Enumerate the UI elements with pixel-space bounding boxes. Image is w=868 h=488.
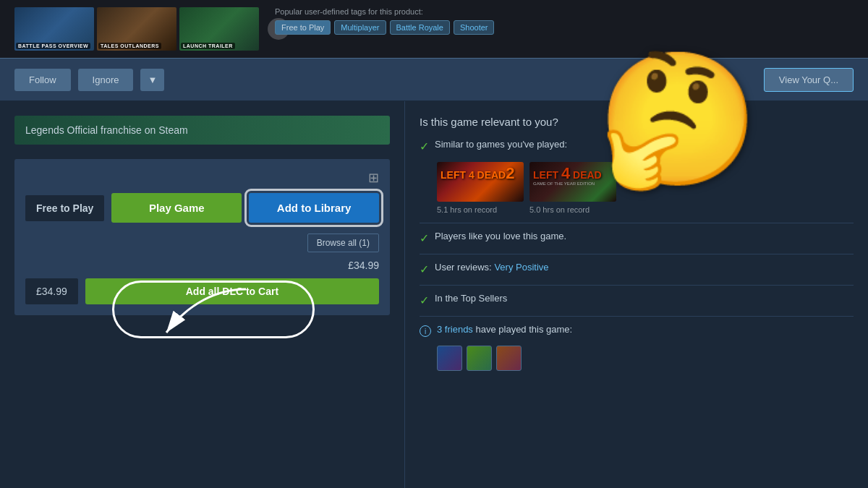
play-game-button[interactable]: Play Game (111, 193, 242, 223)
friends-count[interactable]: 3 friends (437, 324, 473, 335)
main-content: Legends Official franchise on Steam ⊞ Fr… (0, 101, 868, 488)
thumbnail-battle-pass[interactable]: Battle Pass Overview (14, 7, 94, 51)
reviews-prefix: User reviews: (435, 262, 492, 273)
relevance-title: Is this game relevant to you? (420, 116, 854, 128)
tags-section-label: Popular user-defined tags for this produ… (275, 7, 868, 16)
check-reviews-icon: ✓ (420, 262, 429, 276)
check-sellers-icon: ✓ (420, 294, 429, 307)
thumb-label-launch: Launch Trailer (181, 43, 235, 49)
dlc-price: £34.99 (25, 278, 78, 304)
purchase-area: ⊞ Free to Play Play Game Add to Library … (14, 159, 390, 315)
friends-row (437, 346, 854, 371)
l4d1-thumbnail[interactable]: LEFT 4 DEAD GAME OF THE YEAR EDITION (529, 162, 616, 202)
l4d2-logo: LEFT 4 DEAD2 (441, 166, 520, 181)
friend-avatar-3 (496, 346, 522, 371)
hrs-row: 5.1 hrs on record 5.0 hrs on record (437, 205, 854, 214)
similar-games: LEFT 4 DEAD2 LEFT 4 DEAD GAME OF THE YEA… (437, 162, 854, 202)
purchase-row: Free to Play Play Game Add to Library (25, 193, 379, 223)
thumbnails-strip: Battle Pass Overview Tales Outlanders La… (14, 7, 289, 51)
check-similar-icon: ✓ (420, 140, 429, 153)
tags-section: Popular user-defined tags for this produ… (275, 7, 868, 35)
check-reviews: ✓ User reviews: Very Positive (420, 262, 854, 276)
price-display: £34.99 (25, 260, 379, 271)
l4d1-hrs: 5.0 hrs on record (529, 205, 616, 214)
view-your-button[interactable]: View Your Q... (764, 68, 854, 92)
ignore-button[interactable]: Ignore (78, 69, 134, 91)
thumbnail-launch[interactable]: Launch Trailer (179, 7, 259, 51)
separator-1 (420, 223, 854, 223)
l4d1-logo: LEFT 4 DEAD (533, 166, 613, 181)
thumbnail-outlanders[interactable]: Tales Outlanders (97, 7, 176, 51)
check-friends-text: 3 friends have played this game: (437, 324, 572, 335)
check-players-text: Players like you love this game. (435, 231, 566, 241)
thumb-label-outlanders: Tales Outlanders (98, 43, 161, 49)
top-bar: Battle Pass Overview Tales Outlanders La… (0, 0, 868, 58)
browse-row: Browse all (1) (25, 234, 379, 252)
l4d1-subtitle: GAME OF THE YEAR EDITION (533, 181, 613, 186)
friend-avatar-1 (437, 346, 462, 371)
separator-3 (420, 285, 854, 286)
check-sellers-text: In the Top Sellers (435, 293, 507, 304)
l4d2-hrs: 5.1 hrs on record (437, 205, 524, 214)
check-friends: i 3 friends have played this game: (420, 324, 854, 337)
browse-all-button[interactable]: Browse all (1) (307, 234, 379, 252)
right-panel: Is this game relevant to you? ✓ Similar … (405, 101, 868, 488)
left-panel: Legends Official franchise on Steam ⊞ Fr… (0, 101, 405, 488)
check-players: ✓ Players like you love this game. (420, 231, 854, 245)
info-friends-icon: i (420, 325, 431, 337)
free-to-play-label: Free to Play (25, 195, 104, 221)
check-similar-text: Similar to games you've played: (435, 139, 567, 150)
separator-4 (420, 316, 854, 317)
friends-suffix: have played this game: (473, 324, 572, 335)
franchise-title: Legends Official franchise on Steam (14, 116, 390, 145)
action-bar: Follow Ignore ▼ View Your Q... (0, 58, 868, 101)
tags-row: Free to Play Multiplayer Battle Royale S… (275, 20, 868, 35)
friend-avatar-2 (467, 346, 492, 371)
check-reviews-text: User reviews: Very Positive (435, 262, 549, 273)
dropdown-button[interactable]: ▼ (140, 69, 164, 91)
check-sellers: ✓ In the Top Sellers (420, 293, 854, 307)
thumb-label-battle-pass: Battle Pass Overview (16, 43, 90, 49)
dlc-row: £34.99 Add all DLC to Cart (25, 278, 379, 304)
check-similar: ✓ Similar to games you've played: (420, 139, 854, 153)
tag-free-to-play[interactable]: Free to Play (275, 20, 331, 35)
check-players-icon: ✓ (420, 231, 429, 245)
add-to-library-button[interactable]: Add to Library (249, 193, 379, 223)
tag-shooter[interactable]: Shooter (454, 20, 495, 35)
follow-button[interactable]: Follow (14, 69, 71, 91)
tag-battle-royale[interactable]: Battle Royale (390, 20, 450, 35)
windows-icon: ⊞ (25, 170, 379, 186)
l4d2-thumbnail[interactable]: LEFT 4 DEAD2 (437, 162, 524, 202)
add-dlc-button[interactable]: Add all DLC to Cart (85, 278, 379, 304)
reviews-highlight[interactable]: Very Positive (494, 262, 548, 273)
separator-2 (420, 254, 854, 254)
tag-multiplayer[interactable]: Multiplayer (334, 20, 386, 35)
